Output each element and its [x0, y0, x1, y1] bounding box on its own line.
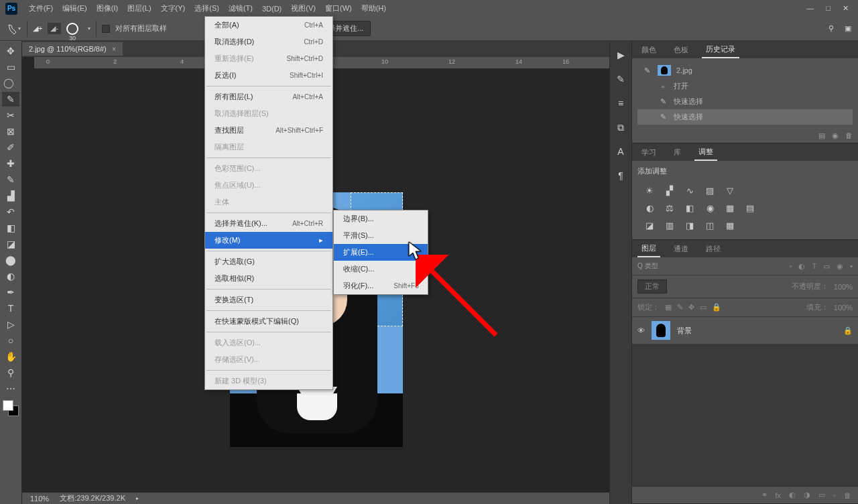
brush-mode-sub-icon[interactable]: ◢-: [48, 23, 61, 34]
menu-type[interactable]: 文字(Y): [156, 1, 190, 16]
edit-toolbar[interactable]: ⋯: [2, 381, 19, 396]
eraser-tool[interactable]: ◧: [2, 220, 19, 235]
menu-select[interactable]: 选择(S): [190, 1, 224, 16]
paragraph-panel-icon[interactable]: ¶: [613, 168, 628, 183]
move-tool[interactable]: ✥: [2, 44, 19, 58]
filter-smart-icon[interactable]: ◉: [837, 262, 843, 271]
menu-item[interactable]: 选择并遮住(K)...Alt+Ctrl+R: [205, 215, 332, 232]
lock-trans-icon[interactable]: ▦: [665, 303, 672, 312]
clone-panel-icon[interactable]: ⧉: [613, 120, 628, 135]
adj-posterize-icon[interactable]: ▥: [663, 219, 676, 231]
opacity-value[interactable]: 100%: [834, 283, 853, 291]
tab-history[interactable]: 历史记录: [702, 42, 739, 58]
brush-preview-icon[interactable]: [66, 23, 78, 35]
active-tool-icon[interactable]: ▾: [7, 21, 21, 36]
history-snapshot-icon[interactable]: ◉: [832, 131, 839, 140]
eyedropper-tool[interactable]: ✐: [2, 140, 19, 155]
adj-mixer-icon[interactable]: ▦: [723, 202, 737, 214]
gradient-tool[interactable]: ◪: [2, 237, 19, 251]
menu-edit[interactable]: 编辑(E): [58, 1, 92, 16]
filter-shape-icon[interactable]: ▭: [823, 262, 830, 271]
quick-select-tool[interactable]: ✎: [2, 92, 19, 107]
adj-lookup-icon[interactable]: ▤: [743, 202, 757, 214]
filter-toggle-icon[interactable]: •: [850, 262, 853, 271]
history-brush-tool[interactable]: ↶: [2, 204, 19, 219]
document-tab[interactable]: 2.jpg @ 110%(RGB/8#) ×: [22, 42, 123, 56]
marquee-tool[interactable]: ▭: [2, 60, 19, 74]
menu-item[interactable]: 查找图层Alt+Shift+Ctrl+F: [205, 122, 332, 139]
adj-selective-icon[interactable]: ▩: [723, 219, 737, 231]
new-group-icon[interactable]: ▭: [818, 491, 825, 499]
lasso-tool[interactable]: ⃝: [2, 76, 19, 90]
healing-tool[interactable]: ✚: [2, 156, 19, 171]
lock-pos-icon[interactable]: ✥: [688, 303, 694, 312]
search-icon[interactable]: ⚲: [829, 24, 834, 33]
close-tab-icon[interactable]: ×: [112, 45, 116, 53]
history-step-active[interactable]: ✎ 快速选择: [637, 109, 853, 125]
tab-swatches[interactable]: 色板: [670, 42, 692, 58]
tab-libraries[interactable]: 库: [670, 145, 685, 160]
layer-row[interactable]: 👁 背景 🔒: [632, 317, 858, 344]
adj-gradient-icon[interactable]: ◫: [703, 219, 717, 231]
minimize-button[interactable]: —: [806, 4, 814, 13]
type-tool[interactable]: T: [2, 301, 19, 316]
path-select-tool[interactable]: ▷: [2, 317, 19, 332]
menu-item[interactable]: 反选(I)Shift+Ctrl+I: [205, 67, 332, 84]
filter-image-icon[interactable]: ▫: [790, 262, 792, 271]
tab-color[interactable]: 颜色: [637, 42, 660, 58]
adj-photo-filter-icon[interactable]: ◉: [703, 202, 717, 214]
tab-channels[interactable]: 通道: [670, 241, 692, 257]
brushes-panel-icon[interactable]: ≡: [613, 96, 628, 111]
new-layer-icon[interactable]: ▫: [833, 491, 836, 499]
mask-icon[interactable]: ◐: [789, 491, 796, 499]
character-panel-icon[interactable]: A: [613, 144, 628, 159]
submenu-item[interactable]: 收缩(C)...: [334, 261, 428, 277]
blend-mode-select[interactable]: 正常: [637, 279, 667, 294]
adj-threshold-icon[interactable]: ◨: [683, 219, 696, 231]
menu-3d[interactable]: 3D(D): [257, 2, 286, 15]
menu-item[interactable]: 所有图层(L)Alt+Ctrl+A: [205, 88, 332, 105]
menu-item[interactable]: 修改(M)▸: [205, 232, 332, 249]
adj-balance-icon[interactable]: ⚖: [663, 202, 676, 214]
menu-window[interactable]: 窗口(W): [320, 1, 357, 16]
new-adj-icon[interactable]: ◑: [804, 491, 810, 499]
visibility-icon[interactable]: 👁: [637, 326, 645, 334]
menu-item[interactable]: 在快速蒙版模式下编辑(Q): [205, 313, 332, 330]
menu-help[interactable]: 帮助(H): [357, 1, 391, 16]
lock-paint-icon[interactable]: ✎: [677, 303, 683, 312]
filter-text-icon[interactable]: T: [812, 262, 816, 271]
adj-brightness-icon[interactable]: ☀: [643, 184, 656, 196]
stamp-tool[interactable]: ▟: [2, 188, 19, 203]
lock-all-icon[interactable]: 🔒: [712, 303, 721, 312]
hand-tool[interactable]: ✋: [2, 349, 19, 364]
submenu-item[interactable]: 边界(B)...: [334, 210, 428, 227]
link-icon[interactable]: ⚭: [761, 491, 768, 499]
fx-icon[interactable]: fx: [776, 491, 782, 499]
brush-tool[interactable]: ✎: [2, 172, 19, 187]
menu-item[interactable]: 全部(A)Ctrl+A: [205, 17, 332, 34]
history-source[interactable]: ✎ 2.jpg: [637, 62, 853, 78]
menu-image[interactable]: 图像(I): [92, 1, 123, 16]
adj-curves-icon[interactable]: ∿: [683, 184, 696, 196]
layer-thumbnail[interactable]: [652, 321, 670, 340]
menu-item[interactable]: 选取相似(R): [205, 270, 332, 287]
menu-file[interactable]: 文件(F): [24, 1, 58, 16]
lock-artb-icon[interactable]: ▭: [700, 303, 707, 312]
pen-tool[interactable]: ✒: [2, 285, 19, 300]
zoom-level[interactable]: 110%: [30, 495, 49, 503]
menu-item[interactable]: 扩大选取(G): [205, 253, 332, 270]
maximize-button[interactable]: □: [826, 4, 831, 13]
blur-tool[interactable]: ⬤: [2, 253, 19, 267]
brush-mode-add-icon[interactable]: ◢+: [33, 24, 42, 33]
history-delete-icon[interactable]: 🗑: [845, 131, 853, 140]
crop-tool[interactable]: ✂: [2, 108, 19, 123]
close-button[interactable]: ✕: [843, 4, 849, 13]
menu-filter[interactable]: 滤镜(T): [224, 1, 257, 16]
layer-name[interactable]: 背景: [677, 326, 692, 336]
menu-layer[interactable]: 图层(L): [123, 1, 156, 16]
fg-color-swatch[interactable]: [3, 400, 13, 411]
menu-item[interactable]: 变换选区(T): [205, 292, 332, 308]
tab-paths[interactable]: 路径: [702, 241, 725, 257]
sample-all-checkbox[interactable]: [102, 25, 110, 33]
tab-adjustments[interactable]: 调整: [694, 144, 717, 161]
